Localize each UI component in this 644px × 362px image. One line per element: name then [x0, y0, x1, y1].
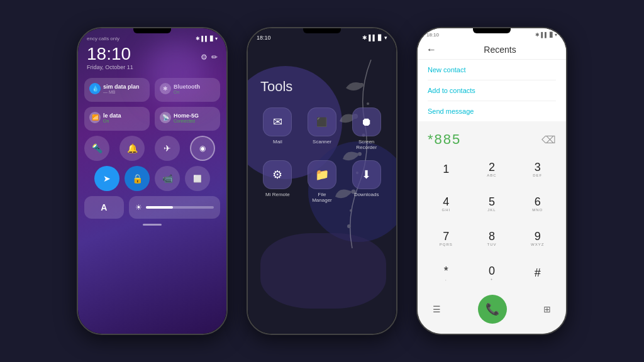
p1-brightness-track[interactable]	[146, 206, 214, 209]
p3-key-4[interactable]: 4 GHI	[424, 187, 469, 221]
p2-app-remote[interactable]: ⚙ Mi Remote	[260, 160, 295, 203]
p1-airplane-btn[interactable]: ✈	[155, 136, 180, 161]
p3-key-9-letters: WXYZ	[531, 243, 544, 246]
p1-data-icon: 📶	[89, 112, 101, 123]
p3-key-9[interactable]: 9 WXYZ	[515, 222, 560, 255]
p3-keypad-toggle[interactable]: ⊞	[543, 304, 551, 314]
edit-icon[interactable]: ✏	[211, 53, 218, 62]
p1-sim-header: 💧 sim data plan — MB	[89, 83, 145, 94]
p1-tiles-row1: 💧 sim data plan — MB ✱ Bluetooth On	[84, 78, 220, 102]
p1-button-grid: 🔦 🔔 ✈ ◉	[84, 136, 220, 161]
p3-key-7[interactable]: 7 PQRS	[424, 222, 469, 255]
p3-call-icon: 📞	[486, 302, 499, 316]
p2-app-mail[interactable]: ✉ Mail	[260, 107, 295, 150]
p1-sim-labels: sim data plan — MB	[103, 84, 140, 94]
phone-3-frame: 18:10 ✱ ▌▌ ▊ ▾ ← Recents New contact Add…	[416, 27, 567, 335]
p3-key-star-letters: ,	[445, 277, 447, 281]
p2-mail-label: Mail	[273, 139, 282, 145]
p1-bt-header: ✱ Bluetooth On	[160, 83, 215, 94]
p3-new-contact[interactable]: New contact	[428, 60, 556, 80]
p1-sim-sub: — MB	[103, 90, 140, 94]
p3-key-5-num: 5	[489, 196, 495, 207]
p1-wifi-labels: Home-5G Connected	[174, 112, 199, 123]
p1-home-indicator	[143, 224, 162, 226]
p2-files-label: FileManager	[312, 192, 332, 203]
p3-key-4-num: 4	[443, 196, 449, 207]
p1-wifi-tile[interactable]: 📡 Home-5G Connected	[155, 107, 220, 131]
p2-app-downloads[interactable]: ⬇ Downloads	[349, 160, 384, 203]
phone-2-screen: 18:10 ✱ ▌▌ ▊ ▾ Tools ✉ Mail ⬛ Scanner ⏺ …	[248, 28, 396, 334]
p3-key-6[interactable]: 6 MNO	[515, 187, 560, 221]
p2-folder-title: Tools	[248, 41, 396, 107]
p3-key-star-num: *	[444, 265, 448, 277]
p3-key-2[interactable]: 2 ABC	[470, 153, 514, 186]
p2-remote-label: Mi Remote	[265, 192, 290, 197]
p1-bluetooth-tile[interactable]: ✱ Bluetooth On	[155, 78, 220, 102]
p1-a-tile[interactable]: A	[84, 196, 124, 219]
p3-add-contact[interactable]: Add to contacts	[428, 80, 556, 101]
p1-torch-btn[interactable]: 🔦	[84, 136, 109, 161]
p1-bell-btn[interactable]: 🔔	[119, 136, 145, 161]
p1-screen-btn[interactable]: ⬜	[185, 166, 210, 191]
p2-app-files[interactable]: 📁 FileManager	[305, 160, 340, 203]
p1-data-tile[interactable]: 📶 le data On	[84, 107, 150, 131]
p2-remote-icon: ⚙	[263, 160, 292, 189]
p2-scanner-icon: ⬛	[308, 107, 336, 136]
p3-key-3[interactable]: 3 DEF	[515, 153, 560, 186]
p2-app-recorder[interactable]: ⏺ ScreenRecorder	[349, 107, 384, 150]
p3-key-5[interactable]: 5 JKL	[470, 187, 514, 221]
phone-2-frame: 18:10 ✱ ▌▌ ▊ ▾ Tools ✉ Mail ⬛ Scanner ⏺ …	[247, 27, 397, 335]
p1-brightness-tile[interactable]: ☀	[129, 196, 220, 219]
p1-bt-labels: Bluetooth On	[174, 84, 200, 94]
p2-files-icon: 📁	[308, 160, 336, 189]
p3-menu-button[interactable]: ☰	[433, 304, 441, 314]
p1-circle-btn[interactable]: ◉	[190, 136, 215, 161]
p1-sim-title: sim data plan	[103, 84, 140, 90]
p1-lock-btn[interactable]: 🔒	[125, 166, 150, 191]
p1-data-title: le data	[103, 112, 121, 119]
p3-delete-button[interactable]: ⌫	[541, 134, 556, 146]
p1-clock: 18:10	[87, 44, 133, 64]
p3-time: 18:10	[426, 32, 439, 38]
p3-send-message[interactable]: Send message	[428, 101, 556, 121]
p2-time: 18:10	[257, 35, 271, 41]
p1-video-btn[interactable]: 📹	[155, 166, 180, 191]
p3-back-button[interactable]: ←	[426, 44, 436, 55]
p1-wifi-header: 📡 Home-5G Connected	[160, 112, 215, 123]
p1-top-icons: ⚙ ✏	[201, 53, 218, 62]
p2-recorder-label: ScreenRecorder	[356, 139, 377, 150]
p3-key-1[interactable]: 1	[424, 153, 469, 186]
phone-1-frame: ency calls only ✱ ▌▌ ▊ ▾ 18:10 Friday, O…	[77, 27, 228, 335]
p3-key-hash-num: #	[535, 267, 541, 278]
p3-key-hash[interactable]: #	[515, 256, 560, 290]
p1-data-header: 📶 le data On	[89, 112, 145, 123]
p3-key-3-letters: DEF	[533, 173, 542, 177]
p3-options-list: New contact Add to contacts Send message	[418, 60, 566, 121]
p1-wifi-icon: 📡	[160, 112, 171, 123]
p3-bottom-bar: ☰ 📞 ⊞	[418, 290, 566, 334]
p1-status-bar: ency calls only ✱ ▌▌ ▊ ▾	[84, 36, 220, 41]
p2-app-scanner[interactable]: ⬛ Scanner	[305, 107, 340, 150]
settings-icon[interactable]: ⚙	[201, 53, 208, 62]
p1-status-text: ency calls only	[87, 36, 119, 41]
p2-downloads-icon: ⬇	[352, 160, 381, 189]
p3-key-0[interactable]: 0 +	[470, 256, 514, 290]
p2-downloads-label: Downloads	[354, 192, 379, 197]
p1-wifi-status: Connected	[174, 119, 199, 123]
p1-brightness-fill	[146, 206, 173, 209]
p3-key-0-letters: +	[491, 277, 494, 281]
p3-key-1-num: 1	[443, 163, 449, 175]
p2-status-bar: 18:10 ✱ ▌▌ ▊ ▾	[248, 28, 396, 41]
p3-call-button[interactable]: 📞	[478, 295, 507, 324]
p2-recorder-icon: ⏺	[352, 107, 381, 136]
p1-bt-icon: ✱	[160, 83, 171, 94]
p1-location-btn[interactable]: ➤	[94, 166, 119, 191]
p2-scanner-label: Scanner	[313, 139, 331, 145]
p3-key-star[interactable]: * ,	[424, 256, 469, 290]
p1-data-status: On	[103, 119, 121, 123]
p3-key-2-num: 2	[489, 162, 495, 173]
phone-3-screen: 18:10 ✱ ▌▌ ▊ ▾ ← Recents New contact Add…	[418, 28, 566, 334]
p1-status-icons: ✱ ▌▌ ▊ ▾	[196, 36, 218, 41]
p1-sim-tile[interactable]: 💧 sim data plan — MB	[84, 78, 150, 102]
p3-key-8[interactable]: 8 TUV	[470, 222, 514, 255]
